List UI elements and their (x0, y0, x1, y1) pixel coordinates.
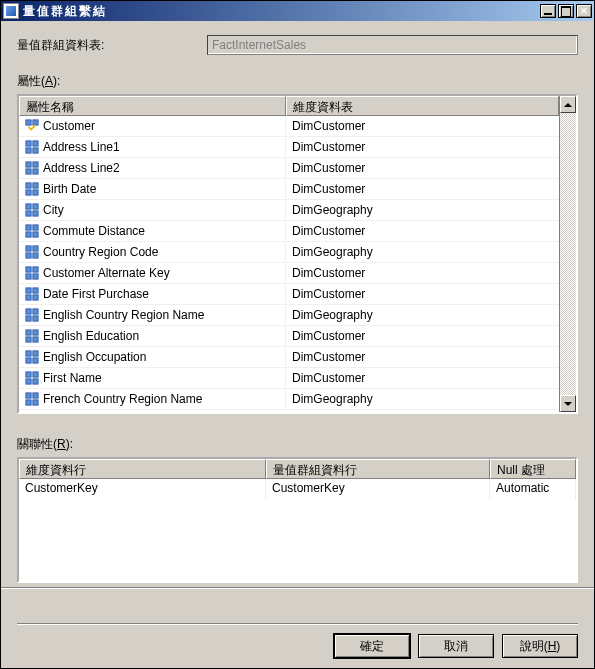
table-row[interactable]: Date First PurchaseDimCustomer (19, 284, 559, 305)
table-row[interactable]: Address Line1DimCustomer (19, 137, 559, 158)
attr-name: English Education (43, 329, 139, 343)
attribute-icon (25, 371, 39, 385)
table-row[interactable]: Commute DistanceDimCustomer (19, 221, 559, 242)
scroll-track[interactable] (560, 113, 576, 395)
relationship-label: 關聯性(R): (17, 436, 578, 453)
maximize-button[interactable] (558, 4, 574, 18)
attr-dim: DimCustomer (286, 180, 559, 198)
svg-rect-41 (33, 337, 38, 342)
svg-rect-12 (26, 190, 31, 195)
svg-rect-20 (26, 232, 31, 237)
svg-rect-26 (26, 267, 31, 272)
relationship-header: 維度資料行 量值群組資料行 Null 處理 (19, 459, 576, 479)
table-row[interactable]: Country Region CodeDimGeography (19, 242, 559, 263)
svg-rect-2 (26, 141, 31, 146)
button-bar: 確定 取消 說明(H) (17, 623, 578, 658)
svg-rect-9 (33, 169, 38, 174)
help-button[interactable]: 說明(H) (502, 634, 578, 658)
minimize-button[interactable] (540, 4, 556, 18)
help-button-prefix: 說明( (520, 639, 548, 653)
app-icon (3, 3, 19, 19)
table-row[interactable]: English OccupationDimCustomer (19, 347, 559, 368)
svg-rect-49 (33, 379, 38, 384)
attribute-icon (25, 392, 39, 406)
attribute-icon (25, 350, 39, 364)
dialog-window: 量值群組繫結 量值群組資料表: FactInternetSales 屬性(A):… (0, 0, 595, 669)
svg-rect-34 (26, 309, 31, 314)
table-row[interactable]: French Country Region NameDimGeography (19, 389, 559, 410)
attr-name: First Name (43, 371, 102, 385)
attr-name: Country Region Code (43, 245, 158, 259)
ok-button[interactable]: 確定 (334, 634, 410, 658)
svg-rect-25 (33, 253, 38, 258)
svg-rect-0 (26, 120, 31, 125)
svg-rect-10 (26, 183, 31, 188)
measure-group-value: FactInternetSales (207, 35, 578, 55)
attribute-icon (25, 245, 39, 259)
attributes-label-prefix: 屬性( (17, 74, 45, 88)
attr-name: English Country Region Name (43, 308, 204, 322)
table-row[interactable]: Address Line2DimCustomer (19, 158, 559, 179)
attr-dim: DimCustomer (286, 117, 559, 135)
attr-name: Birth Date (43, 182, 96, 196)
attr-dim: DimCustomer (286, 159, 559, 177)
scroll-down-button[interactable] (560, 395, 576, 412)
table-row[interactable]: English Country Region NameDimGeography (19, 305, 559, 326)
attributes-grid[interactable]: 屬性名稱 維度資料表 CustomerDimCustomerAddress Li… (17, 94, 578, 414)
svg-rect-33 (33, 295, 38, 300)
relationship-label-prefix: 關聯性( (17, 437, 57, 451)
svg-rect-14 (26, 204, 31, 209)
relationship-grid[interactable]: 維度資料行 量值群組資料行 Null 處理 CustomerKeyCustome… (17, 457, 578, 583)
window-title: 量值群組繫結 (23, 3, 540, 20)
attributes-scrollbar[interactable] (559, 96, 576, 412)
col-null-handling[interactable]: Null 處理 (490, 459, 576, 479)
table-row[interactable]: English EducationDimCustomer (19, 326, 559, 347)
attr-dim: DimCustomer (286, 264, 559, 282)
svg-rect-31 (33, 288, 38, 293)
svg-rect-52 (26, 400, 31, 405)
svg-rect-7 (33, 162, 38, 167)
svg-rect-13 (33, 190, 38, 195)
svg-rect-43 (33, 351, 38, 356)
col-dim-table[interactable]: 維度資料表 (286, 96, 559, 116)
attr-dim: DimGeography (286, 201, 559, 219)
attribute-icon (25, 161, 39, 175)
svg-rect-29 (33, 274, 38, 279)
attr-name: Commute Distance (43, 224, 145, 238)
attr-name: French Country Region Name (43, 392, 202, 406)
rel-mg-col: CustomerKey (266, 479, 490, 500)
svg-rect-16 (26, 211, 31, 216)
col-mg-column[interactable]: 量值群組資料行 (266, 459, 490, 479)
attribute-icon (25, 224, 39, 238)
close-button[interactable] (576, 4, 592, 18)
col-attr-name[interactable]: 屬性名稱 (19, 96, 286, 116)
attr-name: English Occupation (43, 350, 146, 364)
attribute-icon (25, 329, 39, 343)
table-row[interactable]: First NameDimCustomer (19, 368, 559, 389)
attr-dim: DimGeography (286, 306, 559, 324)
svg-rect-11 (33, 183, 38, 188)
measure-group-label: 量值群組資料表: (17, 37, 207, 54)
svg-rect-36 (26, 316, 31, 321)
attributes-label: 屬性(A): (17, 73, 578, 90)
svg-rect-27 (33, 267, 38, 272)
attr-dim: DimCustomer (286, 327, 559, 345)
attr-name: Customer (43, 119, 95, 133)
svg-rect-32 (26, 295, 31, 300)
scroll-up-button[interactable] (560, 96, 576, 113)
titlebar[interactable]: 量值群組繫結 (1, 1, 594, 21)
svg-rect-48 (26, 379, 31, 384)
svg-rect-47 (33, 372, 38, 377)
table-row[interactable]: Birth DateDimCustomer (19, 179, 559, 200)
table-row[interactable]: CustomerKeyCustomerKeyAutomatic (19, 479, 576, 500)
table-row[interactable]: Customer Alternate KeyDimCustomer (19, 263, 559, 284)
table-row[interactable]: CustomerDimCustomer (19, 116, 559, 137)
svg-rect-1 (33, 120, 38, 125)
col-dim-column[interactable]: 維度資料行 (19, 459, 266, 479)
rel-null-col: Automatic (490, 479, 576, 500)
table-row[interactable]: CityDimGeography (19, 200, 559, 221)
client-area: 量值群組資料表: FactInternetSales 屬性(A): 屬性名稱 維… (1, 21, 594, 668)
cancel-button[interactable]: 取消 (418, 634, 494, 658)
attr-dim: DimCustomer (286, 285, 559, 303)
attribute-icon (25, 203, 39, 217)
